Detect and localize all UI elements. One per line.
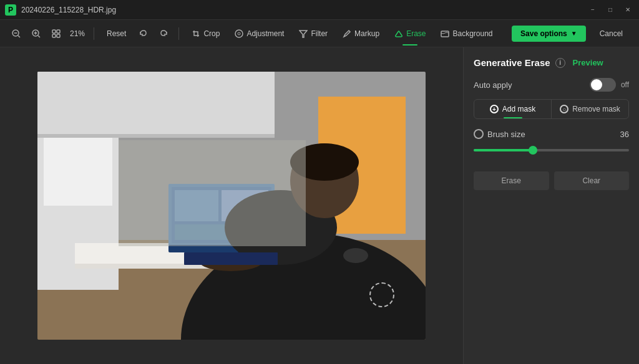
svg-line-2 (18, 36, 20, 37)
cancel-button[interactable]: Cancel (591, 26, 632, 42)
panel-title-row: Generative Erase i Preview (474, 57, 629, 68)
brush-size-value: 36 (620, 130, 629, 139)
zoom-in-button[interactable] (27, 25, 45, 42)
auto-apply-section: Auto apply off (474, 78, 629, 92)
app-icon: P (5, 4, 16, 16)
clear-button[interactable]: Clear (554, 171, 630, 190)
save-options-label: Save options (520, 29, 567, 38)
auto-apply-state: off (621, 80, 629, 89)
svg-line-6 (38, 36, 40, 37)
auto-apply-label: Auto apply (474, 80, 512, 90)
photo-background (37, 72, 426, 340)
svg-rect-35 (184, 252, 278, 265)
right-panel: Generative Erase i Preview Auto apply of… (463, 47, 639, 364)
svg-rect-8 (57, 30, 60, 33)
toolbar-separator-2 (178, 27, 179, 40)
erase-tool-button[interactable]: Erase (388, 27, 432, 41)
slider-track (474, 149, 629, 151)
markup-tool-button[interactable]: Markup (336, 27, 386, 41)
remove-mask-icon: ○ (560, 105, 568, 113)
redo-button[interactable] (155, 25, 172, 42)
brush-size-icon (474, 129, 484, 139)
svg-point-11 (235, 30, 243, 37)
brush-size-label: Brush size (487, 130, 525, 139)
svg-point-12 (238, 32, 240, 35)
preview-link[interactable]: Preview (573, 58, 603, 67)
filter-label: Filter (311, 29, 328, 38)
slider-fill (474, 149, 533, 151)
canvas-area[interactable] (0, 47, 463, 364)
toolbar-separator-1 (94, 27, 94, 40)
svg-rect-7 (52, 30, 56, 33)
add-mask-button[interactable]: + Add mask (474, 100, 552, 118)
close-button[interactable]: ✕ (622, 4, 634, 16)
undo-button[interactable] (135, 25, 152, 42)
filter-tool-button[interactable]: Filter (293, 27, 334, 41)
zoom-percent: 21% (70, 29, 85, 38)
window-controls: − □ ✕ (587, 4, 634, 16)
svg-rect-37 (119, 140, 306, 246)
svg-rect-19 (37, 72, 275, 137)
photo-container (37, 72, 426, 340)
save-options-button[interactable]: Save options ▼ (512, 26, 586, 42)
svg-point-36 (343, 248, 368, 263)
zoom-out-button[interactable] (7, 25, 25, 42)
markup-label: Markup (354, 29, 379, 38)
crop-label: Crop (203, 29, 220, 38)
svg-marker-13 (300, 31, 307, 37)
reset-label: Reset (107, 29, 126, 38)
auto-apply-row: Auto apply off (474, 78, 629, 92)
brush-size-label-row: Brush size (474, 129, 525, 139)
brush-size-slider[interactable] (474, 144, 629, 156)
panel-title-text: Generative Erase (474, 57, 550, 68)
action-buttons: Erase Clear (474, 171, 629, 190)
auto-apply-toggle[interactable] (590, 78, 616, 92)
minimize-button[interactable]: − (587, 4, 599, 16)
remove-mask-label: Remove mask (572, 105, 620, 113)
info-icon[interactable]: i (555, 58, 565, 68)
title-bar: P 20240226_115228_HDR.jpg − □ ✕ (0, 0, 639, 20)
erase-button[interactable]: Erase (474, 171, 549, 190)
save-options-chevron-icon: ▼ (571, 30, 577, 37)
slider-thumb[interactable] (529, 146, 537, 155)
maximize-button[interactable]: □ (604, 4, 617, 16)
mask-buttons: + Add mask ○ Remove mask (474, 99, 629, 119)
background-label: Background (452, 29, 492, 38)
toolbar: 21% Reset Crop Adjustment (0, 20, 639, 47)
remove-mask-button[interactable]: ○ Remove mask (552, 100, 628, 118)
main-content: Generative Erase i Preview Auto apply of… (0, 47, 639, 364)
file-name: 20240226_115228_HDR.jpg (21, 6, 587, 14)
brush-size-section: Brush size 36 (474, 129, 629, 156)
zoom-fit-button[interactable] (47, 25, 65, 42)
svg-rect-9 (52, 34, 56, 37)
toggle-row: off (590, 78, 629, 92)
svg-rect-20 (37, 134, 275, 138)
toolbar-right-actions: Save options ▼ Cancel (512, 26, 632, 42)
background-tool-button[interactable]: Background (434, 27, 499, 41)
add-mask-label: Add mask (502, 105, 535, 113)
photo-scene (37, 72, 426, 340)
crop-tool-button[interactable]: Crop (185, 27, 226, 41)
brush-size-row: Brush size 36 (474, 129, 629, 139)
add-mask-icon: + (490, 105, 499, 113)
adjustment-tool-button[interactable]: Adjustment (228, 27, 290, 41)
toggle-knob (591, 79, 602, 90)
svg-rect-14 (441, 31, 449, 37)
reset-button[interactable]: Reset (100, 27, 132, 41)
svg-rect-10 (57, 34, 60, 37)
erase-tool-label: Erase (406, 29, 426, 38)
adjustment-label: Adjustment (246, 29, 284, 38)
